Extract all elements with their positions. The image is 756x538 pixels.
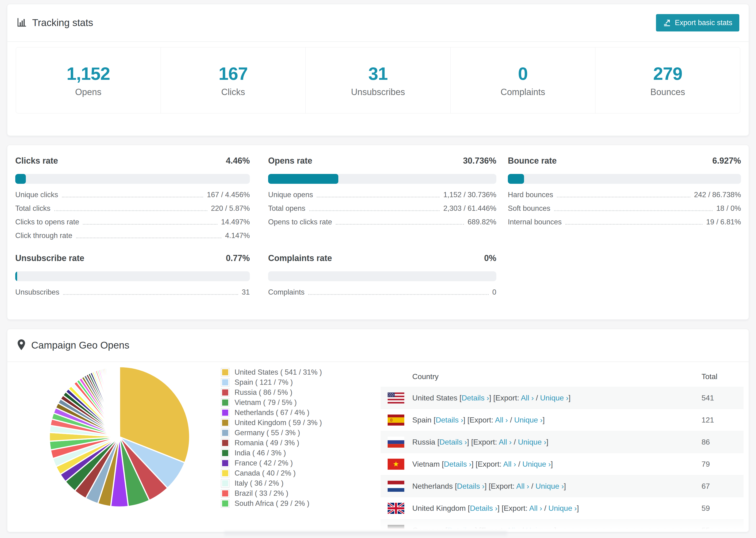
rate-value: 0% bbox=[484, 253, 496, 263]
rate-title: Opens rate bbox=[268, 156, 312, 166]
legend-label: Netherlands ( 67 / 4% ) bbox=[235, 408, 309, 417]
legend-swatch bbox=[221, 499, 229, 508]
metric-row: Unique clicks 167 / 4.456% bbox=[15, 188, 250, 202]
export-all-link[interactable]: All › bbox=[529, 504, 542, 512]
legend-label: Romania ( 49 / 3% ) bbox=[235, 439, 299, 447]
metric-row: Click through rate 4.147% bbox=[15, 229, 250, 242]
legend-item[interactable]: South Africa ( 29 / 2% ) bbox=[221, 498, 322, 509]
export-all-link[interactable]: All › bbox=[503, 460, 516, 468]
metric-row: Total clicks 220 / 5.87% bbox=[15, 202, 250, 215]
rate-value: 6.927% bbox=[712, 156, 741, 166]
metric-label: Total clicks bbox=[15, 204, 50, 213]
legend-swatch bbox=[221, 378, 229, 387]
export-unique-link[interactable]: Unique › bbox=[518, 438, 546, 446]
legend-label: United States ( 541 / 31% ) bbox=[235, 368, 322, 377]
table-row: United States [Details ›] [Export: All ›… bbox=[381, 387, 743, 409]
legend-swatch bbox=[221, 439, 229, 447]
metric-row: Opens to clicks rate 689.82% bbox=[268, 215, 496, 229]
legend-item[interactable]: Canada ( 40 / 2% ) bbox=[221, 468, 322, 478]
rates-card: Clicks rate4.46% Unique clicks 167 / 4.4… bbox=[7, 145, 749, 320]
legend-label: France ( 42 / 2% ) bbox=[235, 459, 293, 467]
metric-label: Hard bounces bbox=[508, 190, 553, 199]
export-all-link[interactable]: All › bbox=[507, 526, 519, 532]
metric-value: 242 / 86.738% bbox=[694, 190, 741, 199]
summary-stat-bounces: 279 Bounces bbox=[595, 47, 740, 113]
legend-label: India ( 46 / 3% ) bbox=[235, 449, 286, 457]
export-all-link[interactable]: All › bbox=[499, 438, 512, 446]
export-all-link[interactable]: All › bbox=[521, 394, 534, 402]
table-row: Germany [Details ›] [Export: All › / Uni… bbox=[381, 519, 743, 532]
metric-label: Unique clicks bbox=[15, 190, 58, 199]
export-basic-stats-button[interactable]: Export basic stats bbox=[656, 14, 739, 31]
progress-bar bbox=[15, 174, 250, 184]
table-row: Vietnam [Details ›] [Export: All › / Uni… bbox=[381, 453, 743, 475]
details-link[interactable]: Details › bbox=[436, 416, 463, 424]
legend-swatch bbox=[221, 368, 229, 377]
details-link[interactable]: Details › bbox=[440, 438, 467, 446]
legend-item[interactable]: Romania ( 49 / 3% ) bbox=[221, 438, 322, 448]
summary-stat-opens: 1,152 Opens bbox=[16, 47, 161, 113]
metric-row: Hard bounces 242 / 86.738% bbox=[508, 188, 741, 202]
rate-value: 0.77% bbox=[226, 253, 250, 263]
country-cell: United States [Details ›] [Export: All ›… bbox=[412, 394, 570, 402]
export-unique-link[interactable]: Unique › bbox=[549, 504, 577, 512]
country-cell: Vietnam [Details ›] [Export: All › / Uni… bbox=[412, 460, 553, 468]
details-link[interactable]: Details › bbox=[444, 460, 471, 468]
table-row: Spain [Details ›] [Export: All › / Uniqu… bbox=[381, 409, 743, 431]
legend-item[interactable]: Germany ( 55 / 3% ) bbox=[221, 428, 322, 438]
metric-value: 31 bbox=[242, 288, 250, 296]
export-unique-link[interactable]: Unique › bbox=[526, 526, 554, 532]
legend-item[interactable]: Spain ( 121 / 7% ) bbox=[221, 377, 322, 387]
map-pin-icon bbox=[17, 339, 26, 351]
country-cell: Netherlands [Details ›] [Export: All › /… bbox=[412, 482, 566, 491]
legend-item[interactable]: Netherlands ( 67 / 4% ) bbox=[221, 407, 322, 418]
legend-item[interactable]: United Kingdom ( 59 / 3% ) bbox=[221, 418, 322, 428]
stat-value: 1,152 bbox=[67, 63, 110, 84]
country-cell: Russia [Details ›] [Export: All › / Uniq… bbox=[412, 438, 549, 447]
geo-pie-chart[interactable] bbox=[48, 365, 191, 509]
dotted-leader bbox=[76, 238, 221, 238]
country-name: Russia bbox=[412, 438, 435, 446]
total-value: 59 bbox=[702, 504, 710, 512]
geo-title: Campaign Geo Opens bbox=[31, 340, 129, 351]
metric-value: 19 / 6.81% bbox=[706, 218, 741, 226]
legend-swatch bbox=[221, 449, 229, 457]
details-link[interactable]: Details › bbox=[461, 394, 489, 402]
metric-row: Internal bounces 19 / 6.81% bbox=[508, 215, 741, 229]
legend-item[interactable]: Italy ( 36 / 2% ) bbox=[221, 478, 322, 488]
legend-swatch bbox=[221, 398, 229, 407]
legend-label: Vietnam ( 79 / 5% ) bbox=[235, 398, 297, 407]
metric-value: 4.147% bbox=[225, 232, 250, 240]
export-unique-link[interactable]: Unique › bbox=[540, 394, 568, 402]
legend-item[interactable]: United States ( 541 / 31% ) bbox=[221, 367, 322, 377]
legend-item[interactable]: Russia ( 86 / 5% ) bbox=[221, 387, 322, 398]
legend-item[interactable]: India ( 46 / 3% ) bbox=[221, 448, 322, 458]
flag-ru-icon bbox=[388, 437, 404, 448]
export-all-link[interactable]: All › bbox=[516, 482, 529, 490]
details-link[interactable]: Details › bbox=[457, 482, 484, 490]
details-link[interactable]: Details › bbox=[470, 504, 497, 512]
legend-swatch bbox=[221, 469, 229, 477]
export-unique-link[interactable]: Unique › bbox=[514, 416, 543, 424]
metric-label: Clicks to opens rate bbox=[15, 218, 79, 226]
progress-bar bbox=[15, 271, 250, 281]
dotted-leader bbox=[317, 197, 440, 197]
metric-value: 0 bbox=[492, 288, 496, 296]
dotted-leader bbox=[557, 197, 690, 197]
export-unique-link[interactable]: Unique › bbox=[536, 482, 564, 490]
total-value: 541 bbox=[702, 394, 714, 402]
metric-label: Internal bounces bbox=[508, 218, 562, 226]
dotted-leader bbox=[308, 294, 489, 295]
complaints-rate-block: Complaints rate0% Complaints 0 bbox=[268, 253, 496, 299]
export-all-link[interactable]: All › bbox=[495, 416, 508, 424]
opens-rate-block: Opens rate30.736% Unique opens 1,152 / 3… bbox=[268, 156, 496, 229]
rate-title: Bounce rate bbox=[508, 156, 557, 166]
legend-item[interactable]: France ( 42 / 2% ) bbox=[221, 458, 322, 468]
total-value: 67 bbox=[702, 482, 710, 491]
legend-item[interactable]: Brazil ( 33 / 2% ) bbox=[221, 488, 322, 498]
bottom-shade bbox=[224, 531, 507, 537]
legend-item[interactable]: Vietnam ( 79 / 5% ) bbox=[221, 398, 322, 407]
export-unique-link[interactable]: Unique › bbox=[522, 460, 551, 468]
progress-bar bbox=[268, 271, 496, 281]
total-value: 79 bbox=[702, 460, 710, 468]
